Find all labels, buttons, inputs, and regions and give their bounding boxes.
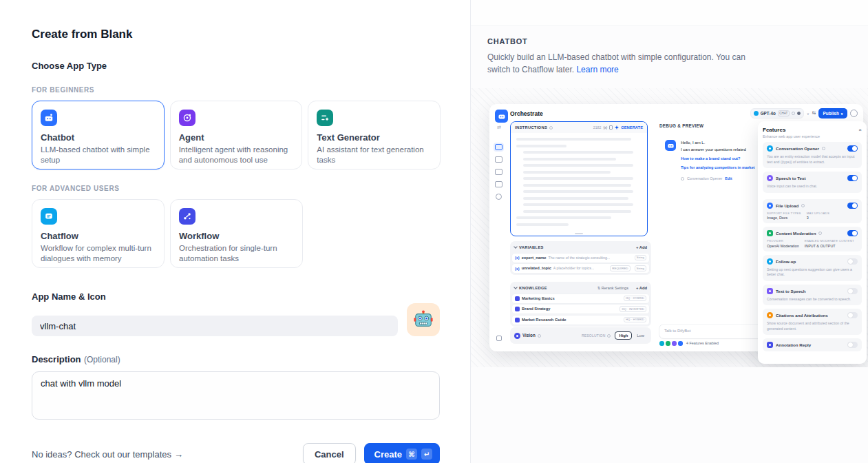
mini-knowledge-row: Marketing Basics HQ · HYBRID [512, 294, 649, 303]
card-title: Text Generator [317, 132, 432, 143]
shield-icon [767, 230, 773, 236]
toggle-on [847, 175, 858, 181]
mini-enabled-features-row: 4 Features Enabled [659, 341, 719, 346]
mini-history-icon [850, 110, 858, 117]
mini-chevron-down-icon: ∨ [807, 112, 809, 116]
learn-more-link[interactable]: Learn more [576, 65, 618, 74]
app-type-card-agent[interactable]: Agent Intelligent agent with reasoning a… [170, 101, 303, 169]
mini-nav-orchestrate-icon [495, 144, 502, 150]
mini-orchestrate-title: Orchestrate [510, 110, 543, 117]
mini-dataset-icon [515, 307, 520, 311]
app-name-input[interactable] [32, 316, 398, 336]
preview-description: Quickly build an LLM-based chatbot with … [487, 51, 766, 76]
conversation-opener-icon [767, 145, 773, 152]
templates-link[interactable]: No ideas? Check out our templates→ [32, 449, 183, 460]
app-type-card-workflow[interactable]: Workflow Orchestration for single-turn a… [170, 199, 303, 268]
folder-icon [767, 203, 773, 209]
mini-chat-input: Talk to DifyBot [659, 325, 764, 338]
mini-variable-row: {x} expert_name The name of the strategi… [512, 254, 649, 263]
mini-caret-icon [514, 245, 518, 249]
mini-debug-preview-title: DEBUG & PREVIEW [659, 123, 703, 129]
mini-header-right: GPT-4o CHAT ∨ ⇆ Publish∨ [750, 108, 858, 119]
toggle-off [847, 258, 858, 265]
page-title: Create from Blank [32, 28, 441, 41]
preview-panel: CHATBOT Quickly build an LLM-based chatb… [470, 0, 868, 463]
mini-dataset-icon [515, 296, 520, 301]
card-title: Agent [179, 132, 294, 143]
text-to-speech-icon [767, 288, 773, 294]
mini-opener-icon [681, 177, 684, 181]
feature-citations: Citations and Attributions Show source d… [763, 309, 862, 335]
mini-vision-row: Vision RESOLUTION High Low [510, 327, 651, 344]
card-desc: AI assistant for text generation tasks [317, 145, 432, 165]
instructions-skeleton [511, 133, 647, 226]
annotation-icon [767, 342, 773, 348]
for-beginners-label: FOR BEGINNERS [32, 86, 441, 94]
app-type-card-chatbot[interactable]: Chatbot LLM-based chatbot with simple se… [32, 101, 165, 169]
toggle-on [847, 145, 858, 152]
agent-icon [179, 110, 195, 126]
card-desc: Intelligent agent with reasoning and aut… [179, 145, 294, 165]
create-form-panel: Create from Blank Choose App Type FOR BE… [0, 0, 470, 463]
create-button[interactable]: Create ⌘ ↵ [364, 443, 440, 463]
app-icon-picker[interactable] [407, 303, 440, 336]
mini-features-panel: Features × Enhance web app user experien… [758, 121, 867, 364]
mini-resize-handle-icon [575, 233, 583, 234]
mini-instructions-panel: INSTRUCTIONS 2182 {x} GENERATE [510, 121, 648, 236]
advanced-app-type-row: Chatflow Workflow for complex multi-turn… [32, 199, 441, 268]
feature-follow-up: Follow-up Setting up next questions sugg… [763, 255, 862, 281]
mini-resolution-high: High [615, 331, 632, 340]
app-name-label: App Name & Icon [32, 291, 106, 302]
toggle-on [847, 203, 858, 209]
mini-dataset-icon [515, 318, 520, 322]
beginner-app-type-row: Chatbot LLM-based chatbot with simple se… [32, 101, 441, 169]
mini-info-icon [538, 334, 541, 338]
enter-key-icon: ↵ [421, 449, 432, 460]
description-textarea[interactable]: chat with vllm model [32, 371, 440, 420]
mini-caret-icon [514, 285, 518, 289]
mini-model-selector: GPT-4o CHAT [750, 108, 804, 119]
toggle-off [847, 312, 858, 318]
mini-variables-section: VARIABLES + Add {x} expert_name The name… [510, 241, 651, 275]
feature-speech-to-text: Speech to Text Voice input can be used i… [763, 172, 862, 193]
mini-feature-dot-green [666, 341, 670, 346]
arrow-right-icon: → [174, 449, 183, 460]
mini-feature-dot-purple [672, 341, 677, 346]
preview-heading: CHATBOT [487, 37, 851, 45]
mini-variable-row: {x} unrelated_topic A placeholder for to… [512, 264, 649, 273]
mini-vision-icon [514, 333, 520, 339]
chatflow-icon [41, 208, 57, 225]
robot-emoji-icon [413, 309, 434, 330]
card-title: Chatbot [41, 132, 156, 143]
for-advanced-users-label: FOR ADVANCED USERS [32, 185, 441, 192]
card-title: Workflow [179, 231, 294, 241]
mini-publish-button: Publish∨ [818, 108, 847, 119]
mini-model-icon-2 [797, 112, 801, 115]
mini-nav-api-icon [495, 181, 502, 187]
text-generator-icon [317, 110, 333, 126]
preview-image-area: ⇄ Orchestrate GPT-4o CHAT [471, 88, 868, 367]
mini-resolution-low: Low [634, 332, 647, 340]
mini-nav-logs-icon [495, 156, 502, 163]
app-type-card-chatflow[interactable]: Chatflow Workflow for complex multi-turn… [32, 199, 165, 268]
description-optional-label: (Optional) [84, 355, 120, 364]
preview-top-strip [471, 0, 868, 26]
mini-copy-icon [609, 125, 613, 130]
mini-model-icon-1 [792, 112, 795, 115]
cancel-button[interactable]: Cancel [303, 443, 356, 463]
feature-annotation-reply: Annotation Reply [763, 338, 862, 351]
microphone-icon [767, 175, 773, 181]
mini-feature-dot-blue [678, 341, 683, 346]
mini-knowledge-row: Brand Strategy HQ · INVERTED [512, 305, 649, 313]
app-type-card-text-generator[interactable]: Text Generator AI assistant for text gen… [308, 101, 441, 169]
toggle-off [847, 288, 858, 294]
feature-content-moderation: Content Moderation PROVIDER OpenAI Moder… [763, 227, 862, 251]
mini-generate-icon [615, 125, 619, 130]
mini-bot-avatar [665, 140, 676, 151]
choose-app-type-label: Choose App Type [32, 61, 441, 71]
chat-bubbles-icon [767, 258, 773, 265]
toggle-on [847, 230, 858, 236]
mini-knowledge-section: KNOWLEDGE ⇅ Rerank Settings + Add Market… [510, 282, 651, 327]
mini-info-icon [607, 334, 611, 338]
create-app-modal: Create from Blank Choose App Type FOR BE… [0, 0, 868, 463]
